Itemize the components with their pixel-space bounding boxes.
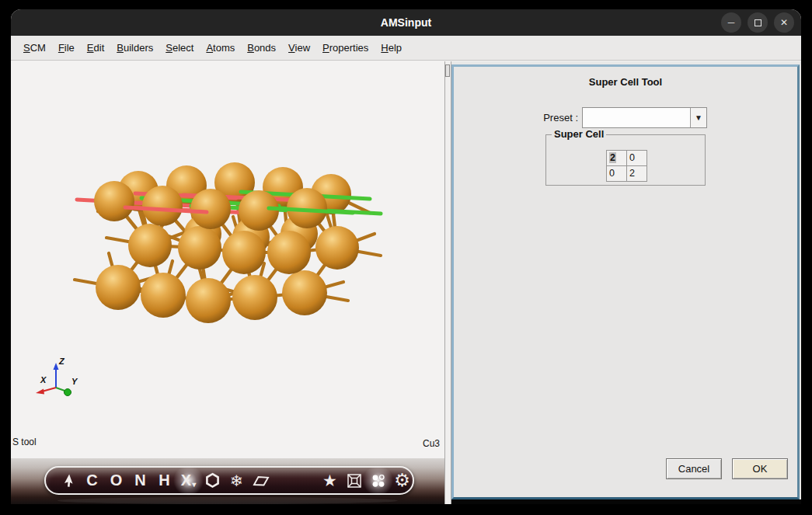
menu-builders[interactable]: Builders [110, 36, 159, 60]
cancel-button[interactable]: Cancel [666, 458, 722, 479]
settings-tool-gear-icon[interactable]: ⚙ [390, 468, 414, 492]
menu-view[interactable]: View [282, 36, 316, 60]
maximize-button[interactable] [748, 12, 768, 33]
menu-atoms[interactable]: Atoms [200, 36, 241, 60]
ok-button[interactable]: OK [732, 458, 788, 479]
preset-value [583, 108, 690, 127]
window-title: AMSinput [11, 9, 801, 36]
periodic-view-tool-dots-icon[interactable] [366, 468, 390, 492]
plane-tool-parallelogram-icon[interactable] [249, 468, 273, 492]
matrix-cell-1-0[interactable]: 0 [606, 165, 627, 182]
svg-text:X: X [40, 375, 47, 385]
element-x-button[interactable]: X▾ [176, 468, 200, 492]
menu-scm[interactable]: SCM [17, 36, 52, 60]
favorites-tool-star-icon[interactable]: ★ [318, 468, 342, 492]
svg-text:Y: Y [71, 377, 78, 386]
close-button[interactable]: ✕ [774, 12, 794, 33]
pointer-tool-cursor-icon[interactable] [56, 468, 80, 492]
window-controls: ─✕ [721, 12, 794, 33]
toolbar-deck: CONHX▾❄★⚙ [11, 458, 444, 504]
super-cell-group: Super Cell 2002 [545, 134, 706, 186]
menu-file[interactable]: File [52, 36, 81, 60]
axis-gizmo: ZXY [31, 355, 85, 403]
status-message: S tool [12, 437, 37, 447]
title-bar: AMSinput ─✕ [11, 9, 801, 36]
minimize-button[interactable]: ─ [721, 12, 741, 33]
panel-splitter[interactable] [444, 61, 451, 504]
main-area: ZXY S tool Cu3 CONHX▾❄★⚙ Super Cell Tool… [11, 61, 801, 504]
element-o-button[interactable]: O [104, 468, 128, 492]
menu-bonds[interactable]: Bonds [241, 36, 282, 60]
menu-bar: SCMFileEditBuildersSelectAtomsBondsViewP… [11, 36, 801, 61]
panel-title: Super Cell Tool [454, 76, 797, 88]
dropdown-caret-icon: ▾ [192, 480, 196, 492]
ring-tool-hexagon-icon[interactable] [200, 468, 225, 492]
super-cell-matrix: 2002 [606, 150, 646, 181]
menu-select[interactable]: Select [159, 36, 200, 60]
element-toolbar: CONHX▾❄★⚙ [44, 466, 414, 495]
splitter-grip[interactable] [445, 64, 450, 77]
matrix-cell-0-0[interactable]: 2 [606, 150, 627, 166]
app-window: AMSinput ─✕ SCMFileEditBuildersSelectAto… [11, 9, 801, 504]
group-title: Super Cell [552, 128, 606, 140]
menu-properties[interactable]: Properties [316, 36, 375, 60]
element-c-button[interactable]: C [80, 468, 104, 492]
preset-label: Preset : [485, 112, 578, 124]
menu-help[interactable]: Help [375, 36, 408, 60]
structure-tool-snowflake-icon[interactable]: ❄ [225, 468, 249, 492]
element-n-button[interactable]: N [128, 468, 152, 492]
dropdown-arrow-icon[interactable]: ▼ [690, 108, 706, 127]
svg-text:Z: Z [58, 357, 65, 366]
matrix-cell-0-1[interactable]: 0 [626, 150, 647, 166]
menu-edit[interactable]: Edit [81, 36, 110, 60]
matrix-cell-1-1[interactable]: 2 [626, 165, 647, 182]
maximize-icon [754, 19, 761, 26]
preset-dropdown[interactable]: ▼ [582, 107, 707, 128]
molecule-viewer[interactable]: ZXY S tool Cu3 CONHX▾❄★⚙ [11, 61, 444, 504]
super-cell-tool-panel: Super Cell Tool Preset : ▼ Super Cell 20… [451, 64, 800, 499]
tool-panel-wrap: Super Cell Tool Preset : ▼ Super Cell 20… [451, 61, 801, 504]
toolbar-reflection [58, 497, 398, 504]
selected-atom-label: Cu3 [423, 438, 440, 449]
